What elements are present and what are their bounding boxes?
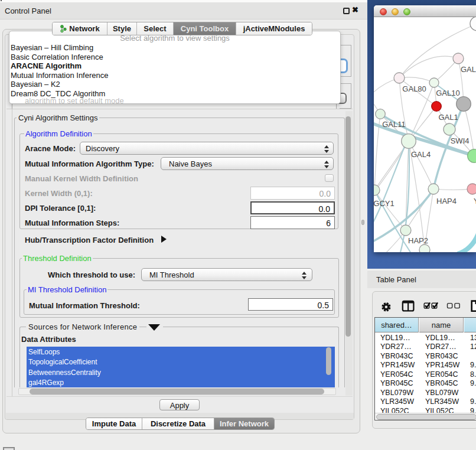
svg-text:GAL10: GAL10: [436, 89, 459, 97]
svg-text:GCY1: GCY1: [374, 199, 395, 208]
svg-text:GAL7: GAL7: [461, 65, 476, 74]
svg-text:HAP2: HAP2: [408, 236, 428, 245]
svg-text:SWI4: SWI4: [451, 136, 470, 145]
svg-text:GAL1: GAL1: [438, 113, 458, 122]
svg-text:GAL11: GAL11: [382, 120, 406, 129]
svg-text:Y: Y: [474, 197, 476, 206]
svg-text:HAP4: HAP4: [436, 197, 457, 206]
svg-text:GAL80: GAL80: [402, 84, 426, 93]
svg-text:GAL4: GAL4: [411, 150, 431, 159]
